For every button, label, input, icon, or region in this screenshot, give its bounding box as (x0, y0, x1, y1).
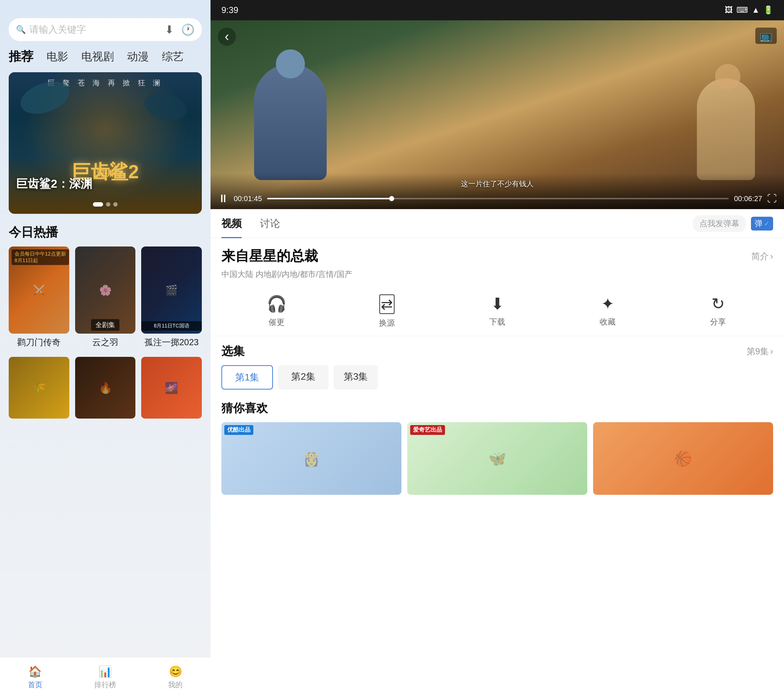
episodes-more[interactable]: 第9集 › (747, 346, 773, 357)
action-collect-label: 收藏 (600, 316, 616, 328)
recommend-badge-1: 优酷出品 (224, 425, 254, 435)
hot-card-3-badge: 8月11日TC国语 (141, 321, 202, 331)
progress-fill (267, 198, 392, 199)
content-tabs: 视频 讨论 点我发弹幕 弹 ✓ (211, 209, 784, 238)
screenshot-icon: 🖼 (725, 5, 733, 15)
danmu-badge: 弹 ✓ (751, 217, 773, 231)
video-progress-row: ⏸ 00:01:45 00:06:27 ⛶ (218, 193, 777, 205)
danmu-check-icon: ✓ (764, 220, 769, 227)
recommend-row: 👸 优酷出品 🦋 爱奇艺出品 🏀 (221, 422, 773, 495)
hot-card-2-title: 云之羽 (75, 334, 136, 349)
star-icon: ✦ (601, 294, 614, 313)
bottom-nav-home[interactable]: 🏠 首页 (0, 657, 70, 697)
episode-2[interactable]: 第2集 (278, 365, 328, 389)
episodes-title: 选集 (221, 343, 245, 359)
tab-tv[interactable]: 电视剧 (81, 49, 114, 64)
danmu-area: 点我发弹幕 弹 ✓ (693, 215, 773, 232)
tab-video[interactable]: 视频 (221, 209, 242, 238)
video-person-left (254, 64, 327, 180)
action-share[interactable]: ↻ 分享 (663, 294, 773, 328)
chevron-right-icon: › (770, 251, 773, 261)
time-display: 9:39 (221, 5, 239, 15)
total-time: 00:06:27 (734, 194, 762, 203)
status-icons: 🖼 ⌨ ▲ 🔋 (725, 5, 773, 15)
tv-icon[interactable]: 📺 (755, 28, 777, 44)
tab-recommend[interactable]: 推荐 (9, 48, 33, 65)
search-input[interactable]: 请输入关键字 (30, 23, 161, 36)
progress-thumb (389, 196, 394, 201)
show-title-row: 来自星星的总裁 简介 › (221, 247, 773, 265)
person-head-left (276, 49, 305, 78)
tab-discuss[interactable]: 讨论 (260, 209, 280, 238)
hero-banner[interactable]: 巨 鳌 苍 海 再 掀 狂 澜 巨齿鲨2 深渊 巨齿鲨2：深渊 (9, 72, 202, 214)
person-head-right (715, 64, 740, 89)
action-collect[interactable]: ✦ 收藏 (552, 294, 663, 328)
hot-card-3[interactable]: 🎬 8月11日TC国语 (141, 247, 202, 334)
hot-card-wrap-3[interactable]: 🎬 8月11日TC国语 孤注一掷2023 (141, 247, 202, 349)
show-title: 来自星星的总裁 (221, 247, 318, 265)
show-intro-link[interactable]: 简介 › (751, 250, 773, 262)
home-label: 首页 (28, 680, 43, 690)
hot-card-2[interactable]: 🌸 全剧集 (75, 247, 136, 334)
play-pause-button[interactable]: ⏸ (218, 193, 229, 205)
danmu-input[interactable]: 点我发弹幕 (693, 215, 746, 232)
action-switch-label: 换源 (379, 318, 395, 328)
episodes-chevron-icon: › (770, 346, 773, 356)
tab-anime[interactable]: 动漫 (127, 49, 149, 64)
episode-1[interactable]: 第1集 (221, 365, 273, 389)
hot-card-1-title: 鹳刀门传奇 (9, 334, 69, 349)
recommend-title: 猜你喜欢 (221, 400, 773, 416)
action-urge[interactable]: 🎧 催更 (221, 294, 332, 328)
video-player[interactable]: ‹ 📺 这一片住了不少有钱人 ⏸ 00:01:45 00:06:27 ⛶ (211, 20, 784, 209)
intro-label: 简介 (751, 250, 769, 262)
second-row: 🌾 🔥 🌌 (0, 349, 211, 419)
search-bar[interactable]: 🔍 请输入关键字 ⬇ 🕐 (9, 18, 202, 41)
tab-movie[interactable]: 电影 (46, 49, 68, 64)
hero-dot-1[interactable] (93, 202, 103, 206)
action-switch-source[interactable]: ⇄ 换源 (332, 294, 442, 328)
hot-card-1[interactable]: ⚔️ 会员每日中午12点更新 8月11日起 (9, 247, 69, 334)
nav-tabs: 推荐 电影 电视剧 动漫 综艺 (0, 48, 211, 65)
second-card-3[interactable]: 🌌 (141, 357, 202, 419)
current-time: 00:01:45 (234, 194, 262, 203)
status-time: 9:39 (221, 5, 239, 15)
hot-card-wrap-1[interactable]: ⚔️ 会员每日中午12点更新 8月11日起 鹳刀门传奇 (9, 247, 69, 349)
bottom-nav: 🏠 首页 📊 排行榜 😊 我的 (0, 657, 211, 697)
video-controls: 这一片住了不少有钱人 ⏸ 00:01:45 00:06:27 ⛶ (211, 173, 784, 209)
hot-card-wrap-2[interactable]: 🌸 全剧集 云之羽 (75, 247, 136, 349)
video-person-right (697, 78, 755, 180)
hero-dot-3[interactable] (113, 202, 118, 206)
recommend-card-3[interactable]: 🏀 (593, 422, 773, 495)
second-card-1[interactable]: 🌾 (9, 357, 69, 419)
second-card-3-bg: 🌌 (141, 357, 202, 419)
recommend-card-1[interactable]: 👸 优酷出品 (221, 422, 402, 495)
episodes-header: 选集 第9集 › (221, 343, 773, 359)
hot-card-1-badge: 会员每日中午12点更新 8月11日起 (12, 249, 69, 265)
fullscreen-button[interactable]: ⛶ (767, 193, 777, 204)
tab-variety[interactable]: 综艺 (162, 49, 184, 64)
hot-today-row: ⚔️ 会员每日中午12点更新 8月11日起 鹳刀门传奇 🌸 全剧集 云之羽 (0, 247, 211, 349)
download-icon[interactable]: ⬇ (165, 23, 174, 36)
rank-icon: 📊 (98, 665, 112, 678)
second-card-2[interactable]: 🔥 (75, 357, 136, 419)
recommend-card-3-bg: 🏀 (593, 422, 773, 495)
history-icon[interactable]: 🕐 (181, 23, 194, 36)
progress-bar[interactable] (267, 198, 729, 199)
left-panel: 🔍 请输入关键字 ⬇ 🕐 推荐 电影 电视剧 动漫 综艺 巨 鳌 苍 海 再 掀… (0, 0, 211, 697)
mine-icon: 😊 (169, 665, 182, 678)
episode-3[interactable]: 第3集 (334, 365, 378, 389)
battery-icon: 🔋 (763, 5, 773, 15)
home-icon: 🏠 (28, 665, 42, 678)
bottom-nav-mine[interactable]: 😊 我的 (140, 657, 211, 697)
action-share-label: 分享 (710, 316, 726, 328)
action-download[interactable]: ⬇ 下载 (442, 294, 552, 328)
keyboard-icon: ⌨ (736, 5, 748, 15)
hero-dot-2[interactable] (106, 202, 110, 206)
recommend-card-2[interactable]: 🦋 爱奇艺出品 (407, 422, 587, 495)
switch-icon: ⇄ (379, 294, 395, 314)
hot-today-title: 今日热播 (0, 214, 211, 247)
episodes-section: 选集 第9集 › 第1集 第2集 第3集 (211, 336, 784, 393)
bottom-nav-rank[interactable]: 📊 排行榜 (70, 657, 140, 697)
back-button[interactable]: ‹ (218, 28, 236, 46)
show-info: 来自星星的总裁 简介 › 中国大陆 内地剧/内地/都市/言情/国产 (211, 238, 784, 291)
